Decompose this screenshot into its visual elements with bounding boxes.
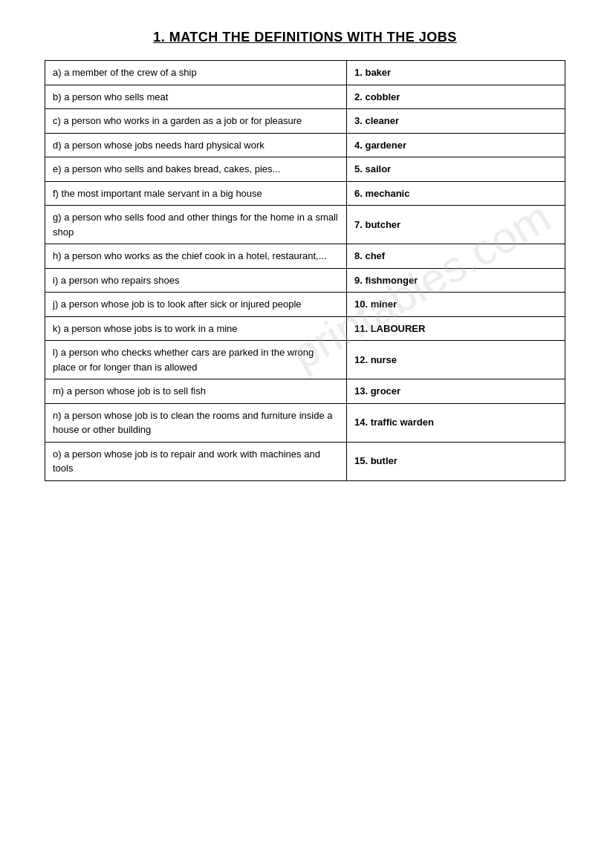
- table-row: c) a person who works in a garden as a j…: [45, 109, 565, 134]
- table-row: a) a member of the crew of a ship1. bake…: [45, 61, 565, 85]
- job-cell: 13. grocer: [347, 379, 565, 404]
- job-cell: 3. cleaner: [347, 109, 565, 134]
- definition-cell: j) a person whose job is to look after s…: [45, 293, 347, 317]
- job-cell: 5. sailor: [347, 157, 565, 182]
- job-cell: 9. fishmonger: [347, 268, 565, 293]
- job-cell: 1. baker: [347, 61, 565, 85]
- table-row: e) a person who sells and bakes bread, c…: [45, 157, 565, 182]
- table-row: o) a person whose job is to repair and w…: [45, 442, 565, 480]
- definition-cell: d) a person whose jobs needs hard physic…: [45, 133, 347, 157]
- definition-cell: b) a person who sells meat: [45, 85, 347, 109]
- job-cell: 14. traffic warden: [347, 403, 565, 442]
- job-cell: 12. nurse: [347, 341, 565, 379]
- definition-cell: c) a person who works in a garden as a j…: [45, 109, 347, 134]
- table-row: j) a person whose job is to look after s…: [45, 293, 565, 317]
- definition-cell: f) the most important male servant in a …: [45, 181, 347, 206]
- table-row: n) a person whose job is to clean the ro…: [45, 403, 565, 442]
- job-cell: 11. LABOURER: [347, 316, 565, 341]
- page-title: 1. MATCH THE DEFINITIONS WITH THE JOBS: [45, 30, 565, 45]
- definition-cell: h) a person who works as the chief cook …: [45, 244, 347, 269]
- definition-cell: o) a person whose job is to repair and w…: [45, 442, 347, 480]
- table-row: f) the most important male servant in a …: [45, 181, 565, 206]
- definition-cell: i) a person who repairs shoes: [45, 268, 347, 293]
- definition-cell: a) a member of the crew of a ship: [45, 61, 347, 85]
- job-cell: 8. chef: [347, 244, 565, 269]
- definition-cell: e) a person who sells and bakes bread, c…: [45, 157, 347, 182]
- definition-cell: g) a person who sells food and other thi…: [45, 206, 347, 244]
- table-row: l) a person who checks whether cars are …: [45, 341, 565, 379]
- match-table: a) a member of the crew of a ship1. bake…: [45, 60, 565, 481]
- table-row: k) a person whose jobs is to work in a m…: [45, 316, 565, 341]
- table-row: b) a person who sells meat2. cobbler: [45, 85, 565, 109]
- definition-cell: m) a person whose job is to sell fish: [45, 379, 347, 404]
- job-cell: 7. butcher: [347, 206, 565, 244]
- definition-cell: n) a person whose job is to clean the ro…: [45, 403, 347, 442]
- job-cell: 15. butler: [347, 442, 565, 480]
- definition-cell: l) a person who checks whether cars are …: [45, 341, 347, 379]
- job-cell: 2. cobbler: [347, 85, 565, 109]
- definition-cell: k) a person whose jobs is to work in a m…: [45, 316, 347, 341]
- table-row: i) a person who repairs shoes9. fishmong…: [45, 268, 565, 293]
- table-row: h) a person who works as the chief cook …: [45, 244, 565, 269]
- table-row: d) a person whose jobs needs hard physic…: [45, 133, 565, 157]
- table-row: m) a person whose job is to sell fish13.…: [45, 379, 565, 404]
- job-cell: 4. gardener: [347, 133, 565, 157]
- job-cell: 6. mechanic: [347, 181, 565, 206]
- table-row: g) a person who sells food and other thi…: [45, 206, 565, 244]
- job-cell: 10. miner: [347, 293, 565, 317]
